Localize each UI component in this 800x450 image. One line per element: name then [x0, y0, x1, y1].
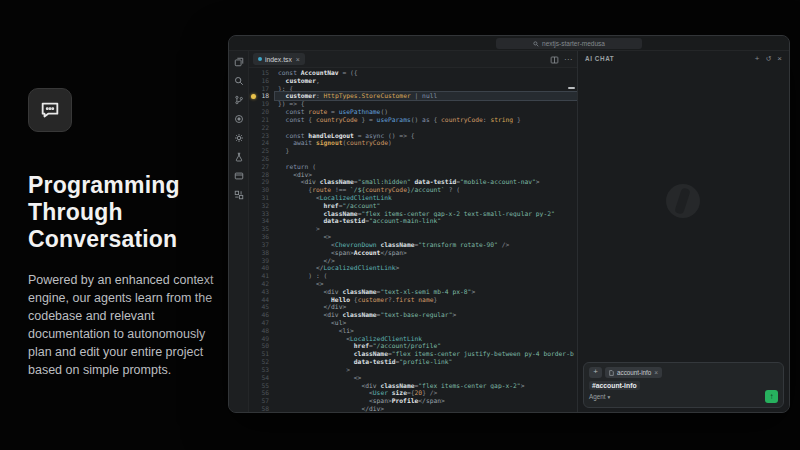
- context-chip[interactable]: account-info×: [605, 367, 662, 378]
- chip-close-icon[interactable]: ×: [654, 369, 658, 376]
- tab-bar: index.tsx × ⋯: [249, 51, 577, 68]
- code-line: 32 href="/account": [249, 202, 577, 210]
- file-icon: [609, 370, 614, 376]
- code-line: 33 className="flex items-center gap-x-2 …: [249, 210, 577, 218]
- command-palette-search[interactable]: nextjs-starter-medusa: [496, 38, 642, 49]
- more-actions-icon[interactable]: ⋯: [564, 55, 572, 64]
- code-text: <>: [275, 233, 577, 241]
- chat-bubble-glyph: [39, 99, 61, 121]
- page-description: Powered by an enhanced context engine, o…: [28, 271, 230, 379]
- code-text: </div>: [275, 303, 577, 311]
- code-text: </LocalizedClientLink>: [275, 264, 577, 272]
- editor-window: nextjs-starter-medusa: [228, 35, 790, 413]
- send-button[interactable]: ↑: [765, 390, 778, 403]
- line-number: 46: [249, 311, 275, 319]
- code-text: }) => {: [275, 100, 577, 108]
- code-text: <span>Account</span>: [275, 249, 577, 257]
- code-line: 52 data-testid="profile-link": [249, 358, 577, 366]
- chat-input[interactable]: #account-info: [589, 382, 778, 389]
- explorer-icon[interactable]: [233, 56, 244, 67]
- code-text: <User size={20} />: [275, 389, 577, 397]
- code-line: 57 <span>Profile</span>: [249, 397, 577, 405]
- code-line: 35 >: [249, 225, 577, 233]
- line-number: 52: [249, 358, 275, 366]
- new-chat-icon[interactable]: +: [755, 54, 760, 63]
- chat-bubble-icon: [28, 88, 72, 132]
- code-editor[interactable]: 15const AccountNav = ({16 customer,17}: …: [249, 68, 577, 412]
- extensions-icon[interactable]: [233, 132, 244, 143]
- line-number: 55: [249, 382, 275, 390]
- code-line: 38 <span>Account</span>: [249, 249, 577, 257]
- search-icon[interactable]: [233, 75, 244, 86]
- line-number: 17: [249, 85, 275, 93]
- code-text: }: [275, 147, 577, 155]
- code-text: <div className="text-base-regular">: [275, 311, 577, 319]
- line-number: 18: [249, 92, 275, 100]
- chat-history-icon[interactable]: ↺: [765, 55, 771, 63]
- line-number: 40: [249, 264, 275, 272]
- code-text: href="/account": [275, 202, 577, 210]
- line-number: 43: [249, 288, 275, 296]
- code-line: 15const AccountNav = ({: [249, 69, 577, 77]
- code-text: customer: HttpTypes.StoreCustomer | null: [275, 92, 577, 100]
- code-line: 51 className="flex items-center justify-…: [249, 350, 577, 358]
- lightbulb-icon[interactable]: [251, 94, 256, 99]
- line-number: 54: [249, 374, 275, 382]
- code-text: </div>: [275, 405, 577, 412]
- activity-bar: [229, 51, 249, 412]
- code-line: 55 <div className="flex items-center gap…: [249, 382, 577, 390]
- code-text: customer,: [275, 77, 577, 85]
- code-line: 39 </>: [249, 257, 577, 265]
- tab-index-tsx[interactable]: index.tsx ×: [253, 53, 305, 65]
- code-text: >: [275, 366, 577, 374]
- code-text: const handleLogout = async () => {: [275, 132, 577, 140]
- code-line: 31 <LocalizedClientLink: [249, 194, 577, 202]
- line-number: 56: [249, 389, 275, 397]
- blocks-icon[interactable]: [233, 189, 244, 200]
- code-line: 24 await signout(countryCode): [249, 139, 577, 147]
- code-line: 48 <li>: [249, 327, 577, 335]
- code-line: 50 href="/account/profile": [249, 342, 577, 350]
- line-number: 21: [249, 116, 275, 124]
- code-text: const AccountNav = ({: [275, 69, 577, 77]
- code-text: <div className="text-xl-semi mb-4 px-8">: [275, 288, 577, 296]
- code-text: }: {: [275, 85, 577, 93]
- line-number: 39: [249, 257, 275, 265]
- close-panel-icon[interactable]: ×: [777, 54, 782, 63]
- line-number: 26: [249, 155, 275, 163]
- line-number: 22: [249, 124, 275, 132]
- agent-mode-selector[interactable]: Agent ▾: [589, 393, 610, 400]
- remote-window-icon[interactable]: [233, 170, 244, 181]
- context-chips: account-info×: [605, 367, 662, 378]
- tab-close-icon[interactable]: ×: [296, 56, 300, 63]
- code-line: 23 const handleLogout = async () => {: [249, 132, 577, 140]
- code-lines: 15const AccountNav = ({16 customer,17}: …: [249, 69, 577, 412]
- code-line: 27 return (: [249, 163, 577, 171]
- line-number: 48: [249, 327, 275, 335]
- code-line: 22: [249, 124, 577, 132]
- testing-flask-icon[interactable]: [233, 151, 244, 162]
- code-line: 21 const { countryCode } = useParams() a…: [249, 116, 577, 124]
- line-number: 27: [249, 163, 275, 171]
- line-number: 53: [249, 366, 275, 374]
- add-context-button[interactable]: +: [589, 367, 602, 378]
- run-debug-icon[interactable]: [233, 113, 244, 124]
- line-number: 44: [249, 296, 275, 304]
- code-line: 18 customer: HttpTypes.StoreCustomer | n…: [249, 92, 577, 100]
- code-text: <LocalizedClientLink: [275, 335, 577, 343]
- code-line: 58 </div>: [249, 405, 577, 412]
- chat-composer[interactable]: + account-info× #account-info Agent ▾ ↑: [583, 362, 784, 408]
- code-text: className="flex items-center justify-bet…: [275, 350, 577, 358]
- chevron-down-icon: ▾: [607, 394, 610, 400]
- code-text: <LocalizedClientLink: [275, 194, 577, 202]
- source-control-icon[interactable]: [233, 94, 244, 105]
- ai-chat-panel: AI CHAT + ↺ × + account-info× #account-i…: [577, 51, 789, 412]
- split-editor-icon[interactable]: [550, 55, 559, 64]
- code-text: className="flex items-center gap-x-2 tex…: [275, 210, 577, 218]
- code-line: 34 data-testid="account-main-link": [249, 217, 577, 225]
- chat-empty-state: [578, 66, 789, 362]
- line-number: 23: [249, 132, 275, 140]
- marketing-panel: Programming Through Conversation Powered…: [28, 88, 228, 379]
- code-text: <ChevronDown className="transform rotate…: [275, 241, 577, 249]
- line-number: 34: [249, 217, 275, 225]
